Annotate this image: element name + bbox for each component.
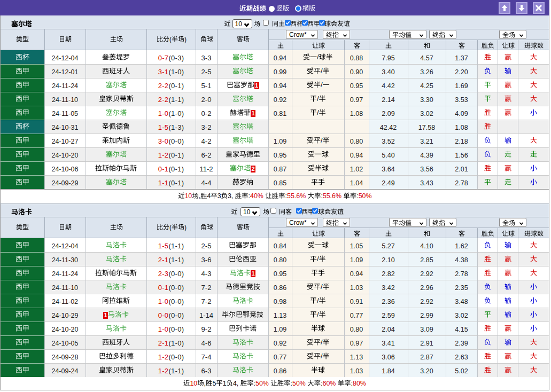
svg-text:5: 5 (212, 380, 216, 387)
svg-text:40%: 40% (250, 192, 263, 200)
svg-text:(: ( (169, 224, 172, 231)
svg-text:50%: 50% (358, 192, 371, 200)
svg-text:55.6%: 55.6% (287, 192, 306, 200)
svg-text:,: , (198, 192, 200, 200)
svg-text:4: 4 (207, 192, 211, 200)
svg-text:/: / (317, 255, 319, 263)
svg-text:/: / (321, 352, 323, 360)
svg-text:3,: 3, (228, 192, 233, 200)
svg-text:(: ( (169, 36, 172, 43)
svg-text:10: 10 (184, 192, 192, 200)
svg-text:/: / (317, 311, 319, 318)
svg-text:3: 3 (217, 192, 221, 200)
svg-text:60%: 60% (323, 380, 336, 387)
svg-text:55.6%: 55.6% (322, 192, 341, 200)
svg-text:/: / (321, 339, 323, 346)
svg-text:/: / (317, 297, 319, 304)
svg-text:1: 1 (223, 380, 227, 387)
svg-text:/: / (317, 95, 319, 103)
svg-text:10: 10 (190, 380, 197, 387)
svg-text:/: / (321, 283, 323, 291)
svg-text:/: / (321, 81, 323, 89)
svg-text:): ) (184, 224, 187, 231)
svg-text:80%: 80% (353, 380, 366, 387)
svg-text:4,: 4, (233, 380, 238, 387)
svg-text:50%: 50% (292, 380, 306, 387)
svg-text:50%: 50% (255, 380, 269, 387)
svg-text:/: / (321, 67, 323, 75)
svg-text:): ) (184, 36, 187, 43)
svg-text:,: , (204, 380, 206, 387)
svg-text:/: / (317, 53, 319, 61)
svg-text:/: / (317, 109, 319, 116)
svg-text:/: / (321, 137, 323, 144)
